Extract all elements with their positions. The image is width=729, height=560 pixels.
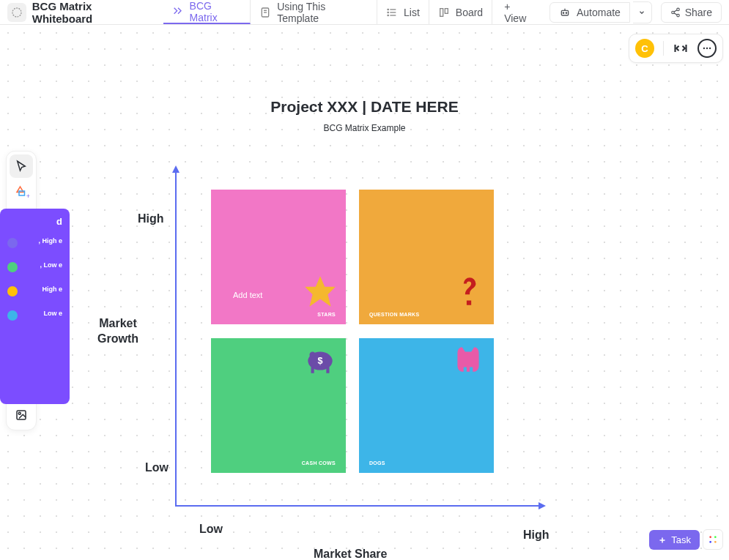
- board-icon: [438, 7, 450, 18]
- share-label: Share: [685, 7, 712, 18]
- list-icon: [386, 7, 398, 18]
- chevron-down-icon: [638, 9, 645, 16]
- document-icon: [259, 7, 271, 18]
- quad-label: STARS: [317, 312, 336, 317]
- quad-label: QUESTION MARKS: [369, 312, 419, 317]
- svg-marker-42: [305, 276, 336, 307]
- plus-icon: [658, 536, 667, 545]
- quadrant-question-marks[interactable]: QUESTION MARKS: [359, 190, 494, 324]
- automate-dropdown[interactable]: [633, 1, 652, 23]
- quadrant-dogs[interactable]: DOGS: [359, 338, 494, 473]
- tab-using-template[interactable]: Using This Template: [251, 0, 377, 24]
- chart-title[interactable]: Project XXX | DATE HERE: [270, 98, 458, 116]
- task-label: Task: [671, 534, 691, 545]
- tab-label: Board: [456, 7, 483, 18]
- svg-point-17: [671, 11, 674, 14]
- apps-button[interactable]: [703, 529, 723, 550]
- tab-label: Using This Template: [277, 1, 368, 24]
- quad-label: CASH COWS: [302, 460, 336, 466]
- svg-point-8: [388, 12, 388, 12]
- y-axis: [175, 170, 177, 507]
- svg-point-13: [563, 12, 563, 13]
- whiteboard-icon: [172, 6, 184, 18]
- automate-button[interactable]: Automate: [549, 2, 630, 23]
- svg-rect-45: [326, 367, 329, 373]
- svg-point-46: [309, 352, 315, 358]
- svg-point-18: [676, 14, 679, 17]
- svg-point-50: [709, 536, 711, 538]
- svg-line-20: [674, 12, 677, 14]
- header: BCG Matrix Whiteboard BCG Matrix Using T…: [0, 0, 729, 25]
- matrix-content: Project XXX | DATE HERE BCG Matrix Examp…: [0, 25, 729, 560]
- board-name[interactable]: BCG Matrix Whiteboard: [32, 0, 155, 25]
- tab-board[interactable]: Board: [429, 0, 492, 24]
- share-button[interactable]: Share: [661, 2, 722, 23]
- question-icon: [450, 273, 486, 310]
- svg-point-51: [714, 536, 717, 538]
- tab-bcg-matrix[interactable]: BCG Matrix: [163, 0, 251, 24]
- tab-group: BCG Matrix Using This Template List Boar…: [163, 0, 493, 24]
- star-icon: [302, 273, 338, 310]
- y-axis-label: Market Growth: [97, 316, 138, 347]
- chart-subtitle[interactable]: BCG Matrix Example: [323, 123, 405, 133]
- tab-list[interactable]: List: [377, 0, 429, 24]
- app-icon[interactable]: [7, 3, 26, 22]
- svg-rect-44: [311, 367, 314, 373]
- svg-point-53: [714, 541, 717, 543]
- automate-label: Automate: [577, 7, 621, 18]
- svg-point-9: [388, 15, 388, 15]
- quadrant-stars[interactable]: Add text STARS: [211, 190, 346, 324]
- add-view-button[interactable]: + View: [495, 0, 544, 24]
- svg-point-0: [12, 8, 21, 17]
- svg-point-52: [709, 541, 711, 543]
- tab-label: List: [404, 7, 420, 18]
- svg-line-19: [674, 10, 677, 11]
- y-high-label: High: [138, 212, 164, 225]
- svg-text:$: $: [318, 356, 323, 366]
- quadrant-cash-cows[interactable]: $ CASH COWS: [211, 338, 346, 473]
- robot-icon: [559, 7, 571, 18]
- quad-label: DOGS: [369, 460, 385, 466]
- x-low-label: Low: [199, 523, 223, 536]
- y-low-label: Low: [145, 461, 169, 474]
- apps-icon: [707, 534, 719, 545]
- cow-icon: $: [302, 341, 338, 378]
- quad-placeholder[interactable]: Add text: [233, 291, 262, 299]
- svg-rect-11: [445, 8, 448, 13]
- canvas[interactable]: C + d , High e , Low e High e Low e Proj…: [0, 25, 729, 560]
- svg-point-7: [388, 9, 388, 10]
- x-high-label: High: [523, 529, 549, 542]
- share-icon: [670, 7, 681, 18]
- task-button[interactable]: Task: [649, 530, 700, 550]
- tab-label: BCG Matrix: [190, 0, 242, 23]
- svg-point-16: [676, 8, 679, 10]
- dog-icon: [450, 341, 486, 378]
- x-axis-label: Market Share: [314, 548, 388, 560]
- svg-rect-10: [440, 8, 443, 16]
- svg-point-14: [566, 12, 566, 13]
- x-axis: [175, 505, 541, 507]
